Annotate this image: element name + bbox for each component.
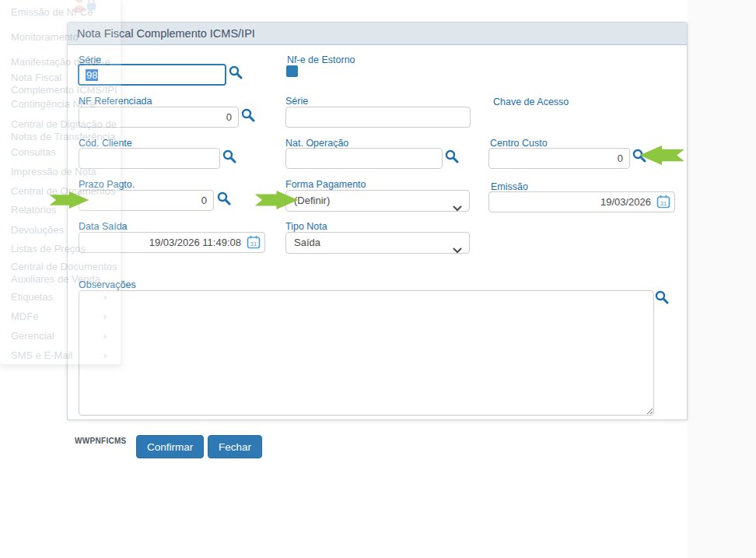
data-saida-label: Data Saída <box>79 221 128 232</box>
prazo-pagto-label: Prazo Pagto. <box>79 179 135 190</box>
svg-text:31: 31 <box>250 240 257 247</box>
prazo-pagto-input[interactable] <box>79 190 214 211</box>
annotation-arrow-right-prazo-pagto <box>47 191 92 212</box>
nat-operacao-input[interactable] <box>285 148 443 169</box>
serie2-label: Série <box>285 96 308 107</box>
sidebar-item-emissao-nfce[interactable]: Emissão de NFCe <box>11 6 124 19</box>
nat-operacao-label: Nat. Operação <box>285 138 348 149</box>
chevron-down-icon <box>453 198 462 219</box>
cod-cliente-input[interactable] <box>79 148 220 169</box>
tipo-nota-label: Tipo Nota <box>285 221 327 232</box>
nat-operacao-search-icon[interactable] <box>445 149 459 163</box>
prazo-pagto-search-icon[interactable] <box>217 191 231 205</box>
observacoes-label: Observações <box>79 279 136 290</box>
nf-referenciada-label: NF Referenciada <box>79 96 152 107</box>
emissao-label: Emissão <box>491 181 528 192</box>
nf-referenciada-search-icon[interactable] <box>241 108 255 122</box>
annotation-arrow-right-forma-pagamento <box>254 191 299 212</box>
observacoes-search-icon[interactable] <box>655 290 669 304</box>
emissao-input[interactable] <box>488 191 675 212</box>
tipo-nota-value: Saída <box>294 237 320 248</box>
cod-cliente-search-icon[interactable] <box>222 149 236 163</box>
screen-code: WWPNFICMS <box>75 437 127 445</box>
forma-pagamento-value: (Definir) <box>294 195 330 206</box>
confirmar-button[interactable]: Confirmar <box>136 435 204 458</box>
chevron-down-icon <box>453 240 462 261</box>
nfe-estorno-label: Nf-e de Estorno <box>287 54 355 65</box>
modal-title: Nota Fiscal Complemento ICMS/IPI <box>68 23 687 45</box>
chave-acesso-label: Chave de Acesso <box>493 97 569 107</box>
centro-custo-input[interactable] <box>488 148 630 169</box>
forma-pagamento-label: Forma Pagamento <box>285 179 366 190</box>
tipo-nota-select[interactable]: Saída <box>285 232 470 254</box>
serie-search-icon[interactable] <box>229 65 243 79</box>
serie-value: 98 <box>86 69 98 81</box>
forma-pagamento-select[interactable]: (Definir) <box>285 190 470 212</box>
annotation-arrow-left-centro-custo <box>639 146 685 168</box>
svg-text:31: 31 <box>660 200 667 207</box>
page-backdrop <box>688 0 756 558</box>
user-lock-icon <box>72 0 99 15</box>
emissao-calendar-icon[interactable]: 31 <box>656 195 670 209</box>
fechar-button[interactable]: Fechar <box>208 435 262 458</box>
observacoes-textarea[interactable] <box>79 290 654 416</box>
data-saida-input[interactable] <box>79 232 265 253</box>
serie-input[interactable]: 98 <box>78 64 226 86</box>
centro-custo-label: Centro Custo <box>490 138 548 149</box>
nota-fiscal-modal: Nota Fiscal Complemento ICMS/IPI Série 9… <box>67 22 688 420</box>
cod-cliente-label: Cód. Cliente <box>79 138 132 149</box>
serie2-input[interactable] <box>285 107 471 128</box>
data-saida-calendar-icon[interactable]: 31 <box>247 235 261 249</box>
nfe-estorno-checkbox[interactable] <box>286 65 298 77</box>
nf-referenciada-input[interactable] <box>79 107 239 128</box>
